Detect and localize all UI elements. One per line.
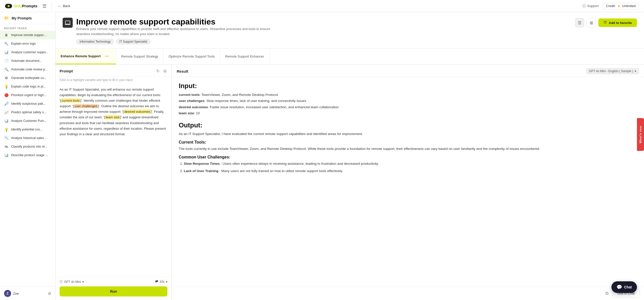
- add-favorite-button[interactable]: ♡ Add to favorite: [598, 18, 637, 27]
- desired-outcomes-highlight[interactable]: desired outcomes: [124, 110, 151, 114]
- sidebar-item-generate-boilerplate[interactable]: ⚙ Generate boilerplate co...: [0, 74, 55, 82]
- result-header: Result GPT 4o Mini - English ( Sample ) …: [172, 65, 644, 77]
- sidebar-item-automate-code[interactable]: 🔍 Automate code review p...: [0, 65, 55, 74]
- sidebar-item-label-12: Analyze historical sales ...: [11, 136, 47, 140]
- sidebar-item-icon-1: 🔧: [4, 41, 9, 46]
- copy-prompt-button[interactable]: ⧉: [163, 68, 167, 74]
- param-value-3: 10: [196, 111, 200, 115]
- hamburger-icon[interactable]: ☰: [41, 2, 47, 10]
- sidebar-items: 🖥 Improve remote suppor... 🔧 Explain err…: [0, 31, 55, 287]
- settings-icon[interactable]: ⚙: [48, 291, 51, 296]
- result-footer: ⧉ Use in Chat: [172, 286, 644, 300]
- param-value-0: TeamViewer, Zoom, and Remote Desktop Pro…: [201, 93, 278, 97]
- param-colon-0: :: [200, 93, 201, 97]
- sidebar-item-label-8: Identify suspicious patt...: [11, 102, 46, 105]
- back-button[interactable]: ← Back: [56, 3, 72, 9]
- list-view-toggle[interactable]: ☰: [575, 18, 584, 27]
- sidebar-item-describe-product[interactable]: 📊 Describe product usage ...: [0, 151, 55, 159]
- sidebar-item-icon-4: 🔍: [4, 67, 9, 72]
- input-params: current tools: TeamViewer, Zoom, and Rem…: [179, 92, 637, 116]
- sidebar-item-analyze-customer[interactable]: 📊 Analyze customer suppo...: [0, 48, 55, 57]
- tab-enhancer-label: Remote Support Enhancer: [225, 54, 264, 58]
- svg-rect-0: [65, 21, 70, 24]
- chat-fab[interactable]: 💬 Chat: [611, 281, 637, 293]
- param-colon-2: :: [208, 105, 210, 109]
- page-title: Improve remote support capabilities: [76, 17, 278, 26]
- credit-value: Unlimited: [622, 4, 636, 8]
- result-panel: Result GPT 4o Mini - English ( Sample ) …: [172, 65, 644, 300]
- sidebar-header: 📁 My Prompts: [0, 12, 55, 24]
- copy-result-button[interactable]: ⧉: [604, 290, 610, 297]
- model-select-button[interactable]: ⓘ GPT 4o Mini ▾: [60, 280, 84, 284]
- sidebar-item-explain-error[interactable]: 🔧 Explain error logs: [0, 39, 55, 48]
- result-model-badge[interactable]: GPT 4o Mini - English ( Sample ) ▾: [586, 68, 639, 74]
- support-circle-icon: ⓘ: [582, 4, 586, 8]
- prompt-panel-title: Prompt: [60, 69, 73, 73]
- sidebar-item-icon-7: 🔴: [4, 93, 9, 97]
- input-param-0: current tools: TeamViewer, Zoom, and Rem…: [179, 92, 637, 98]
- sidebar-item-label-0: Improve remote suppor...: [11, 33, 46, 37]
- result-model-label: GPT 4o Mini - English ( Sample ): [589, 69, 633, 73]
- add-favorite-label: Add to favorite: [609, 21, 632, 25]
- grid-view-toggle[interactable]: ⊞: [587, 18, 596, 27]
- challenges-list: Slow Response Times : Users often experi…: [179, 161, 637, 174]
- result-output-section: Output: As an IT Support Specialist, I h…: [179, 121, 637, 174]
- sidebar-item-identify-suspicious[interactable]: 🔎 Identify suspicious patt...: [0, 99, 55, 108]
- result-model-chevron-icon: ▾: [635, 69, 636, 73]
- sidebar-item-label-13: Classify products into re...: [11, 145, 47, 148]
- model-chevron-icon: ▾: [82, 280, 84, 284]
- prompt-header: Improve remote support capabilities Enha…: [56, 12, 644, 49]
- sidebar-item-automate-doc[interactable]: 📄 Automate document...: [0, 57, 55, 65]
- tab-enhancer[interactable]: Remote Support Enhancer: [220, 49, 269, 64]
- sidebar-item-label-4: Automate code review p...: [11, 68, 48, 71]
- run-button[interactable]: Run: [60, 286, 167, 296]
- team-size-highlight[interactable]: team size: [105, 115, 120, 119]
- sidebar-item-icon-14: 📊: [4, 153, 9, 157]
- sidebar-item-icon-6: 💡: [4, 84, 9, 89]
- lang-select-button[interactable]: 🏴 EN ▾: [155, 280, 167, 284]
- tab-optimize-label: Optimize Remote Support Tools: [169, 54, 215, 58]
- tag-it-support[interactable]: IT Support Specialist: [116, 39, 151, 44]
- logo-suffix: Prompts: [22, 4, 37, 8]
- result-title: Result: [177, 69, 188, 73]
- back-arrow-icon: ←: [58, 4, 61, 8]
- result-content: Input: current tools: TeamViewer, Zoom, …: [172, 77, 644, 286]
- sidebar-item-icon-5: ⚙: [4, 76, 9, 80]
- logo-text: OnlyPrompts: [14, 4, 37, 8]
- current-tools-text: The tools currently in use include TeamV…: [179, 146, 637, 152]
- question-circle-icon: ⓘ: [60, 280, 63, 284]
- sidebar-item-explain-code[interactable]: 💡 Explain code logic in pl...: [0, 82, 55, 91]
- sidebar-item-label-10: Analyze Customer Purc...: [11, 119, 47, 123]
- whats-new-button[interactable]: What's new: [637, 118, 644, 151]
- tab-optimize[interactable]: Optimize Remote Support Tools: [164, 49, 220, 64]
- tab-enhance-remote[interactable]: Enhance Remote Support ⋯: [56, 49, 116, 64]
- navbar-right: ⓘ Support Credit: ★ Unlimited: [582, 3, 639, 9]
- support-button[interactable]: ⓘ Support: [582, 4, 599, 8]
- prompt-tags: Information Technology IT Support Specia…: [76, 39, 278, 44]
- sidebar-item-prioritize-urgent[interactable]: 🔴 Prioritize urgent or high...: [0, 91, 55, 99]
- tag-information-technology[interactable]: Information Technology: [76, 39, 114, 44]
- prompt-hint: Click to a highlight variable and type t…: [56, 77, 171, 84]
- refresh-button[interactable]: ↻: [155, 68, 161, 74]
- sidebar-item-identify-potential[interactable]: 💡 Identify potential cos...: [0, 125, 55, 134]
- sidebar-item-icon-13: 🛍: [4, 144, 9, 149]
- tab-strategy[interactable]: Remote Support Strategy: [116, 49, 164, 64]
- sidebar-item-classify-products[interactable]: 🛍 Classify products into re...: [0, 142, 55, 151]
- credit-label: Credit:: [606, 4, 616, 8]
- sidebar-item-icon-10: 📊: [4, 119, 9, 123]
- sidebar-item-label-6: Explain code logic in pl...: [11, 85, 46, 88]
- sidebar-item-improve-remote[interactable]: 🖥 Improve remote suppor...: [0, 31, 55, 39]
- user-avatar: Z: [4, 290, 11, 297]
- tabs-bar: Enhance Remote Support ⋯ Remote Support …: [56, 49, 644, 65]
- user-challenges-highlight[interactable]: user challenges: [74, 104, 98, 108]
- tab-more-icon[interactable]: ⋯: [103, 52, 111, 60]
- prompt-text-area: As an IT Support Specialist, you will en…: [56, 84, 171, 277]
- sidebar-item-analyze-historical[interactable]: 📉 Analyze historical sales ...: [0, 134, 55, 142]
- sidebar-item-predict-optimal[interactable]: 📈 Predict optimal safety s...: [0, 108, 55, 117]
- chat-fab-label: Chat: [624, 285, 632, 289]
- current-tools-highlight[interactable]: current tools: [61, 98, 80, 103]
- challenge-item-1: Lack of User Training : Many users are n…: [184, 168, 637, 174]
- sidebar-item-analyze-customer-pur[interactable]: 📊 Analyze Customer Purc...: [0, 117, 55, 125]
- whats-new-sidebar: What's new: [637, 118, 644, 152]
- prompt-panel-header: Prompt ↻ ⧉: [56, 65, 171, 77]
